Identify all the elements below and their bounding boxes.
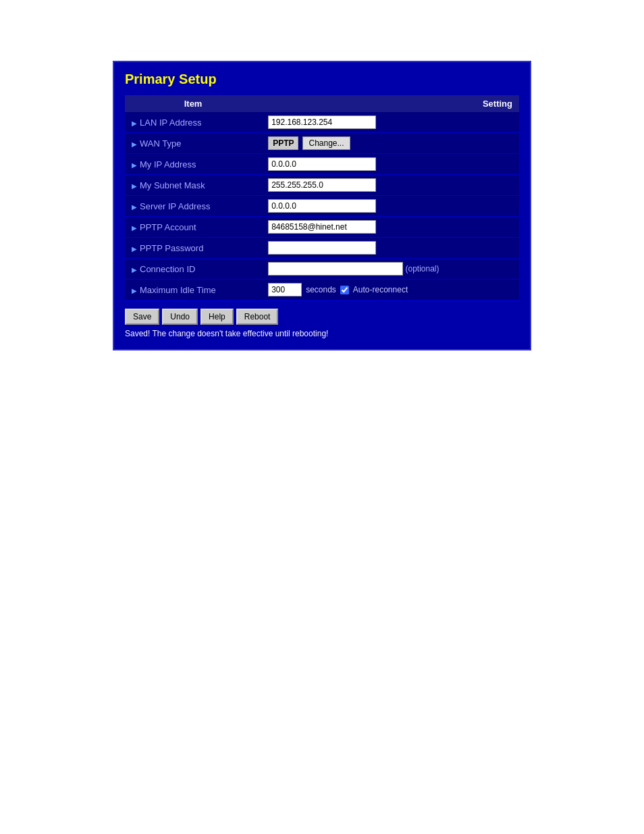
table-header: Item Setting (125, 95, 519, 112)
pptp-password-setting (261, 238, 519, 259)
arrow-icon: ▶ (132, 182, 137, 190)
seconds-label: seconds (306, 285, 336, 294)
table-row: ▶LAN IP Address (125, 112, 519, 133)
server-ip-address-setting (261, 196, 519, 217)
reboot-button[interactable]: Reboot (236, 309, 279, 325)
wan-type-label: PPTP (268, 136, 298, 150)
pptp-account-label: ▶PPTP Account (125, 217, 261, 238)
status-message: Saved! The change doesn't take effective… (125, 329, 519, 338)
table-row: ▶Server IP Address (125, 196, 519, 217)
arrow-icon: ▶ (132, 266, 137, 273)
server-ip-address-label: ▶Server IP Address (125, 196, 261, 217)
save-button[interactable]: Save (125, 309, 159, 325)
arrow-icon: ▶ (132, 140, 137, 148)
header-item-col: Item (125, 95, 261, 112)
pptp-password-label: ▶PPTP Password (125, 238, 261, 259)
panel-title: Primary Setup (125, 72, 519, 87)
table-row: ▶WAN TypePPTPChange... (125, 133, 519, 154)
table-row: ▶Maximum Idle TimesecondsAuto-reconnect (125, 280, 519, 301)
table-row: ▶PPTP Password (125, 238, 519, 259)
lan-ip-address-setting (261, 112, 519, 133)
arrow-icon: ▶ (132, 120, 137, 127)
lan-ip-address-label: ▶LAN IP Address (125, 112, 261, 133)
my-subnet-mask-input[interactable] (268, 178, 376, 192)
arrow-icon: ▶ (132, 161, 137, 169)
connection-id-input[interactable] (268, 262, 403, 276)
wan-type-label: ▶WAN Type (125, 133, 261, 154)
primary-setup-panel: Primary Setup Item Setting ▶LAN IP Addre… (113, 61, 531, 350)
help-button[interactable]: Help (200, 309, 234, 325)
table-row: ▶My IP Address (125, 154, 519, 175)
footer-buttons: Save Undo Help Reboot (125, 309, 519, 325)
server-ip-address-input[interactable] (268, 199, 376, 213)
table-row: ▶Connection ID (optional) (125, 259, 519, 280)
maximum-idle-time-label: ▶Maximum Idle Time (125, 280, 261, 301)
wan-type-cell: PPTPChange... (268, 136, 512, 150)
header-setting-col: Setting (261, 95, 519, 112)
connection-id-setting: (optional) (261, 259, 519, 280)
arrow-icon: ▶ (132, 245, 137, 253)
my-ip-address-input[interactable] (268, 157, 376, 171)
wan-type-setting: PPTPChange... (261, 133, 519, 154)
idle-time-cell: secondsAuto-reconnect (268, 283, 512, 296)
pptp-password-input[interactable] (268, 241, 376, 255)
maximum-idle-time-setting: secondsAuto-reconnect (261, 280, 519, 301)
arrow-icon: ▶ (132, 203, 137, 211)
my-subnet-mask-setting (261, 175, 519, 196)
arrow-icon: ▶ (132, 287, 137, 294)
lan-ip-address-input[interactable] (268, 115, 376, 129)
table-row: ▶My Subnet Mask (125, 175, 519, 196)
pptp-account-input[interactable] (268, 220, 376, 234)
my-ip-address-setting (261, 154, 519, 175)
table-row: ▶PPTP Account (125, 217, 519, 238)
auto-reconnect-checkbox[interactable] (340, 286, 349, 294)
connection-id-label: ▶Connection ID (125, 259, 261, 280)
arrow-icon: ▶ (132, 224, 137, 232)
pptp-account-setting (261, 217, 519, 238)
maximum-idle-time-input[interactable] (268, 283, 302, 296)
wan-change-button[interactable]: Change... (302, 136, 350, 150)
my-ip-address-label: ▶My IP Address (125, 154, 261, 175)
undo-button[interactable]: Undo (162, 309, 198, 325)
my-subnet-mask-label: ▶My Subnet Mask (125, 175, 261, 196)
auto-reconnect-label: Auto-reconnect (353, 285, 408, 294)
optional-label: (optional) (403, 264, 439, 273)
